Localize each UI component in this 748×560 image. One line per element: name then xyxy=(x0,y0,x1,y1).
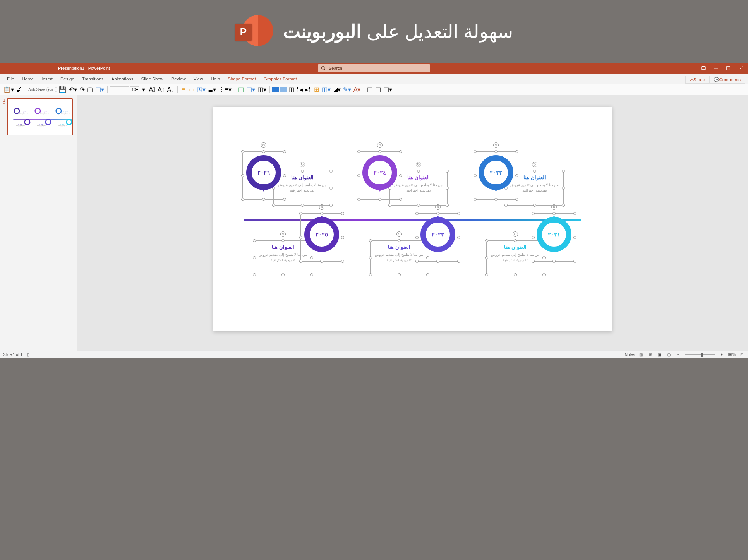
resize-handle[interactable] xyxy=(253,256,256,259)
resize-handle[interactable] xyxy=(417,204,420,207)
resize-handle[interactable] xyxy=(398,239,401,242)
resize-handle[interactable] xyxy=(446,170,449,173)
dropdown-icon[interactable]: ▾ xyxy=(140,86,147,94)
rotate-handle-icon[interactable] xyxy=(280,231,286,237)
resize-handle[interactable] xyxy=(299,236,302,239)
resize-handle[interactable] xyxy=(533,170,536,173)
resize-handle[interactable] xyxy=(415,212,419,215)
tab-insert[interactable]: Insert xyxy=(38,74,57,84)
tab-transitions[interactable]: Transitions xyxy=(78,74,108,84)
layout-icon[interactable]: ◫ xyxy=(288,86,295,94)
fit-icon[interactable]: ⊡ xyxy=(739,352,745,358)
ribbon-display-icon[interactable] xyxy=(701,65,706,71)
resize-handle[interactable] xyxy=(281,239,285,242)
resize-handle[interactable] xyxy=(485,256,488,259)
new-slide-icon[interactable]: ◫▾ xyxy=(94,86,105,94)
resize-handle[interactable] xyxy=(504,204,508,207)
resize-handle[interactable] xyxy=(399,198,402,201)
resize-handle[interactable] xyxy=(253,239,256,242)
notes-button[interactable]: ≐ Notes xyxy=(621,353,635,357)
rotate-handle-icon[interactable] xyxy=(396,231,402,237)
resize-handle[interactable] xyxy=(369,273,372,276)
resize-handle[interactable] xyxy=(515,150,518,153)
tab-help[interactable]: Help xyxy=(207,74,224,84)
timeline-node-2022[interactable]: ٢٠٢٢ xyxy=(479,155,513,190)
resize-handle[interactable] xyxy=(485,273,488,276)
resize-handle[interactable] xyxy=(329,204,333,207)
resize-handle[interactable] xyxy=(562,187,565,190)
redo-icon[interactable]: ↷ xyxy=(79,86,86,94)
zoom-level[interactable]: 96% xyxy=(728,353,736,357)
resize-handle[interactable] xyxy=(446,187,449,190)
minimize-icon[interactable] xyxy=(713,65,719,71)
resize-handle[interactable] xyxy=(415,236,419,239)
selection-icon[interactable]: ◫▾ xyxy=(383,86,393,94)
resize-handle[interactable] xyxy=(341,236,344,239)
timeline-node-2023[interactable]: ٢٠٢٣ xyxy=(420,217,455,252)
tab-slideshow[interactable]: Slide Show xyxy=(137,74,168,84)
resize-handle[interactable] xyxy=(485,239,488,242)
resize-handle[interactable] xyxy=(436,260,439,263)
resize-handle[interactable] xyxy=(552,212,556,215)
resize-handle[interactable] xyxy=(378,198,381,201)
shape-outline-icon[interactable]: ✎▾ xyxy=(342,86,352,94)
resize-handle[interactable] xyxy=(542,273,546,276)
share-button[interactable]: ↗ Share xyxy=(685,76,710,84)
comments-button[interactable]: 💬 Comments xyxy=(709,76,745,84)
resize-handle[interactable] xyxy=(283,198,286,201)
resize-handle[interactable] xyxy=(562,170,565,173)
resize-handle[interactable] xyxy=(446,204,449,207)
slide-thumbnail-panel[interactable]: 1 * ٢٠٢١ العنوان هنامن منا لا يطمح إلى ت… xyxy=(0,95,77,351)
tab-design[interactable]: Design xyxy=(57,74,78,84)
more-shapes-icon[interactable]: ◫▾ xyxy=(257,86,267,94)
resize-handle[interactable] xyxy=(329,187,333,190)
rotate-handle-icon[interactable] xyxy=(416,162,421,167)
font-size-box[interactable]: 10+ xyxy=(130,86,139,93)
rotate-handle-icon[interactable] xyxy=(377,142,383,148)
timeline-node-2024[interactable]: ٢٠٢٤ xyxy=(362,155,397,190)
resize-handle[interactable] xyxy=(378,150,381,153)
resize-handle[interactable] xyxy=(281,273,285,276)
timeline-line[interactable] xyxy=(244,219,581,221)
group-icon[interactable]: ◫▾ xyxy=(245,86,256,94)
reading-view-icon[interactable]: ▣ xyxy=(657,352,663,358)
resize-handle[interactable] xyxy=(262,150,265,153)
resize-handle[interactable] xyxy=(299,260,302,263)
sorter-view-icon[interactable]: ⊞ xyxy=(647,352,654,358)
tab-home[interactable]: Home xyxy=(18,74,38,84)
paste-icon[interactable]: 📋▾ xyxy=(2,86,15,94)
timeline-node-2021[interactable]: ٢٠٢١ xyxy=(537,217,571,252)
rotate-handle-icon[interactable] xyxy=(261,142,266,148)
resize-handle[interactable] xyxy=(474,174,477,177)
resize-handle[interactable] xyxy=(253,273,256,276)
resize-handle[interactable] xyxy=(457,236,460,239)
resize-handle[interactable] xyxy=(573,260,576,263)
rtl-icon[interactable]: ¶◂ xyxy=(296,86,304,94)
resize-handle[interactable] xyxy=(341,212,344,215)
resize-handle[interactable] xyxy=(299,212,302,215)
resize-handle[interactable] xyxy=(552,260,556,263)
tab-graphics-format[interactable]: Graphics Format xyxy=(260,74,301,84)
font-name-box[interactable] xyxy=(110,86,129,93)
resize-handle[interactable] xyxy=(398,273,401,276)
resize-handle[interactable] xyxy=(241,150,244,153)
resize-handle[interactable] xyxy=(241,174,244,177)
bring-front-icon[interactable]: ◫ xyxy=(374,86,382,94)
font-color-icon[interactable]: A▾ xyxy=(353,86,362,94)
resize-handle[interactable] xyxy=(320,212,323,215)
resize-handle[interactable] xyxy=(369,256,372,259)
table-icon[interactable]: ⊞ xyxy=(313,86,320,94)
resize-handle[interactable] xyxy=(426,273,429,276)
resize-handle[interactable] xyxy=(399,150,402,153)
arrange-icon[interactable]: ◳▾ xyxy=(196,86,206,94)
slide-thumbnail[interactable]: ٢٠٢١ العنوان هنامن منا لا يطمح إلى تقديم… xyxy=(7,98,73,135)
increase-font-icon[interactable]: A↑ xyxy=(157,86,166,94)
slide[interactable]: العنوان هنا من منا لا يطمح إلى تقديم عرو… xyxy=(213,107,612,331)
save-icon[interactable]: 💾 xyxy=(58,86,67,94)
resize-handle[interactable] xyxy=(514,273,517,276)
resize-handle[interactable] xyxy=(357,198,360,201)
maximize-icon[interactable] xyxy=(726,65,731,71)
format-painter-icon[interactable]: 🖌 xyxy=(15,86,23,94)
resize-handle[interactable] xyxy=(301,170,304,173)
resize-handle[interactable] xyxy=(283,150,286,153)
